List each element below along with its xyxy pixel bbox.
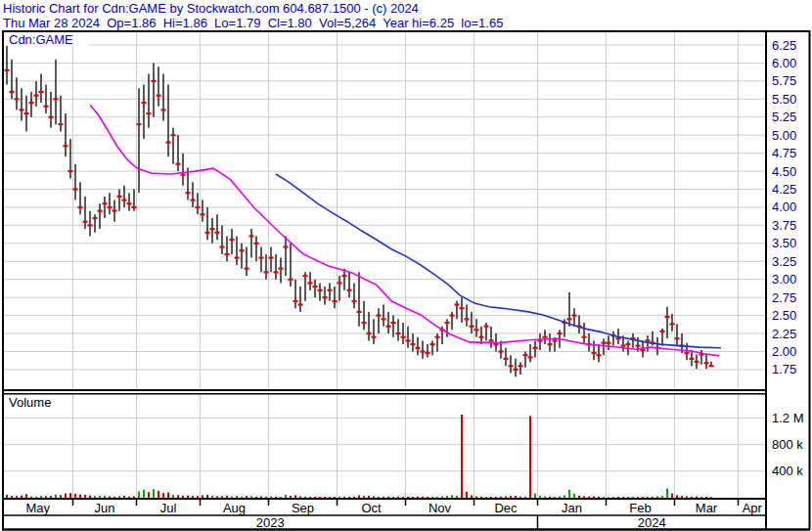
volume-bar bbox=[187, 496, 189, 498]
volume-bar bbox=[128, 497, 130, 498]
price-grid bbox=[4, 32, 765, 389]
volume-bar bbox=[417, 497, 419, 498]
volume-bar bbox=[446, 496, 448, 498]
volume-bar bbox=[603, 497, 605, 498]
volume-bar bbox=[627, 497, 629, 498]
volume-bar bbox=[6, 495, 8, 498]
volume-bar bbox=[299, 497, 301, 498]
volume-bar bbox=[691, 497, 693, 498]
price-tick-label: 5.25 bbox=[772, 110, 796, 124]
volume-bar bbox=[231, 497, 233, 498]
volume-bar bbox=[202, 495, 203, 498]
volume-bar bbox=[69, 493, 71, 498]
price-tick-label: 6.25 bbox=[772, 38, 796, 53]
volume-bar bbox=[226, 496, 228, 498]
volume-bar bbox=[427, 497, 429, 498]
volume-bar bbox=[461, 415, 463, 498]
volume-bar bbox=[329, 497, 331, 498]
volume-bar bbox=[500, 497, 502, 498]
price-tick-label: 2.00 bbox=[772, 344, 796, 359]
volume-bar bbox=[647, 497, 649, 498]
volume-bar bbox=[368, 496, 370, 498]
volume-bar bbox=[656, 497, 658, 498]
year-label: 2023 bbox=[256, 515, 285, 530]
volume-bar bbox=[143, 490, 145, 498]
volume-bar bbox=[60, 495, 62, 498]
volume-bar bbox=[104, 496, 106, 498]
price-tick-label: 2.25 bbox=[772, 327, 796, 341]
volume-bar bbox=[549, 497, 551, 498]
volume-bar bbox=[471, 495, 473, 498]
volume-bar bbox=[319, 497, 321, 498]
volume-bar bbox=[559, 497, 561, 498]
month-label: Sep bbox=[292, 501, 314, 515]
volume-bar bbox=[65, 494, 67, 498]
volume-bar bbox=[529, 416, 531, 498]
price-tick-label: 5.50 bbox=[772, 92, 796, 107]
price-tick-label: 6.00 bbox=[772, 56, 796, 70]
volume-bar bbox=[290, 496, 292, 498]
volume-bar bbox=[412, 497, 414, 498]
volume-bar bbox=[348, 497, 350, 498]
volume-bar bbox=[123, 496, 125, 498]
volume-bar bbox=[158, 491, 159, 498]
volume-bar bbox=[40, 496, 42, 498]
volume-bar bbox=[392, 497, 394, 498]
volume-grid bbox=[4, 395, 765, 497]
volume-bar bbox=[387, 497, 389, 498]
month-label: Aug bbox=[223, 501, 246, 515]
volume-bar bbox=[519, 497, 521, 498]
volume-bar bbox=[441, 497, 443, 498]
volume-bar bbox=[241, 497, 243, 498]
price-tick-label: 3.50 bbox=[772, 236, 796, 250]
volume-bar bbox=[309, 497, 311, 498]
volume-bar bbox=[710, 497, 712, 498]
volume-bar bbox=[206, 495, 208, 498]
volume-bar bbox=[466, 492, 468, 498]
volume-bar bbox=[216, 497, 218, 498]
volume-bar bbox=[35, 497, 37, 498]
volume-bar bbox=[16, 496, 18, 498]
volume-bar bbox=[21, 496, 23, 498]
volume-bar bbox=[696, 497, 698, 498]
volume-bar bbox=[524, 497, 526, 498]
axis-labels: 6.256.005.755.505.255.004.754.504.254.00… bbox=[25, 38, 803, 531]
volume-bar bbox=[118, 496, 120, 498]
volume-bar bbox=[265, 497, 267, 498]
price-volume-chart: 6.256.005.755.505.255.004.754.504.254.00… bbox=[0, 0, 812, 531]
volume-bar bbox=[451, 495, 453, 498]
volume-bar bbox=[167, 493, 169, 498]
volume-tick-label: 400 k bbox=[772, 464, 803, 478]
volume-bar bbox=[407, 497, 409, 498]
volume-bar bbox=[564, 495, 565, 498]
volume-bar bbox=[30, 497, 32, 498]
price-tick-label: 4.00 bbox=[772, 199, 796, 214]
stockwatch-historic-chart: Historic Chart for Cdn:GAME by Stockwatc… bbox=[0, 0, 812, 531]
volume-bar bbox=[588, 497, 590, 498]
volume-bar bbox=[192, 496, 194, 498]
month-label: Nov bbox=[429, 501, 452, 515]
volume-bar bbox=[622, 497, 624, 498]
volume-bar bbox=[275, 497, 277, 498]
price-tick-label: 1.75 bbox=[772, 362, 796, 376]
year-label: 2024 bbox=[638, 515, 666, 530]
volume-bar bbox=[246, 496, 248, 498]
volume-bar bbox=[25, 494, 27, 498]
volume-bar bbox=[671, 494, 673, 498]
volume-bar bbox=[475, 497, 477, 498]
volume-bar bbox=[45, 496, 47, 498]
volume-bar bbox=[422, 497, 424, 498]
volume-bar bbox=[294, 495, 296, 498]
volume-bar bbox=[534, 494, 536, 498]
volume-bar bbox=[260, 497, 262, 498]
volume-bar bbox=[485, 497, 487, 498]
volume-bar bbox=[456, 496, 458, 498]
volume-bar bbox=[666, 488, 668, 498]
volume-bar bbox=[148, 492, 150, 498]
month-label: Mar bbox=[696, 501, 718, 515]
volume-bar bbox=[637, 497, 639, 498]
volume-bar bbox=[705, 497, 707, 498]
volume-bar bbox=[686, 497, 688, 498]
volume-bar bbox=[383, 497, 384, 498]
ma-short-magenta bbox=[90, 105, 719, 356]
